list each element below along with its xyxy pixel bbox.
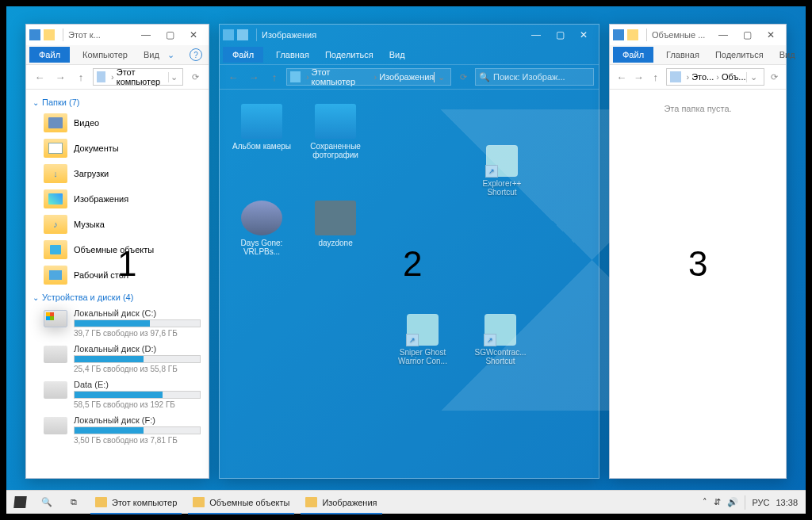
address-dropdown-icon[interactable]: ⌄ — [434, 72, 447, 82]
explorer-icon — [193, 497, 205, 507]
taskbar-item[interactable]: Объемные объекты — [185, 493, 297, 512]
drive-item[interactable]: Data (E:)58,5 ГБ свободно из 192 ГБ — [33, 377, 202, 412]
ribbon-file-tab[interactable]: Файл — [223, 47, 263, 63]
nav-back-button[interactable]: ← — [31, 68, 48, 86]
minimize-button[interactable]: — — [524, 25, 548, 45]
ribbon-file-tab[interactable]: Файл — [613, 47, 653, 63]
nav-up-button[interactable]: ↑ — [72, 68, 90, 86]
nav-back-button[interactable]: ← — [615, 68, 629, 86]
desktop-shortcut[interactable]: Explorer++ Shortcut — [474, 145, 530, 197]
refresh-button[interactable]: ⟳ — [454, 72, 472, 82]
folder-icon — [315, 104, 356, 139]
ribbon-expand-icon[interactable]: ⌄ — [167, 50, 174, 60]
breadcrumb[interactable]: Этот компьютер — [312, 67, 372, 86]
nav-forward-button[interactable]: → — [632, 68, 646, 86]
drive-free-text: 39,7 ГБ свободно из 97,6 ГБ — [74, 329, 201, 338]
nav-up-button[interactable]: ↑ — [266, 68, 283, 86]
file-item[interactable]: Days Gone: VRLPBs... — [231, 201, 293, 256]
shortcut-icon — [485, 314, 516, 346]
folder-label: Музыка — [74, 220, 105, 229]
ribbon-tab-share[interactable]: Поделиться — [707, 47, 772, 63]
breadcrumb[interactable]: Этот компьютер — [117, 67, 168, 86]
ribbon-tab-share[interactable]: Поделиться — [317, 47, 381, 63]
drive-free-text: 25,4 ГБ свободно из 55,8 ГБ — [74, 365, 201, 373]
breadcrumb[interactable]: Это... — [691, 72, 714, 82]
ribbon-tab-home[interactable]: Главная — [658, 47, 707, 63]
shortcut-icon — [486, 145, 518, 177]
minimize-button[interactable]: — — [134, 25, 158, 45]
desktop-shortcut[interactable]: SGWcontrac... Shortcut — [473, 314, 528, 365]
start-button[interactable] — [6, 491, 33, 514]
task-view-button[interactable]: ⧉ — [60, 491, 87, 514]
drive-item[interactable]: Локальный диск (C:)39,7 ГБ свободно из 9… — [33, 305, 202, 341]
titlebar[interactable]: Этот к... — ▢ ✕ — [26, 25, 209, 45]
close-button[interactable]: ✕ — [182, 25, 205, 45]
taskbar-item[interactable]: Изображения — [297, 493, 385, 512]
nav-back-button[interactable]: ← — [224, 68, 242, 86]
folder-item[interactable]: Загрузки — [33, 161, 202, 186]
maximize-button[interactable]: ▢ — [735, 25, 759, 45]
nav-forward-button[interactable]: → — [52, 68, 69, 86]
ribbon-file-tab[interactable]: Файл — [29, 47, 70, 63]
overlay-number-2: 2 — [403, 244, 422, 284]
nav-forward-button[interactable]: → — [245, 68, 262, 86]
search-button[interactable]: 🔍 — [33, 491, 60, 514]
folder-label: Изображения — [74, 194, 128, 204]
close-button[interactable]: ✕ — [572, 25, 596, 45]
section-folders[interactable]: Папки (7) — [33, 98, 202, 107]
folder-item[interactable]: Видео — [33, 110, 202, 136]
help-button[interactable]: ? — [190, 48, 202, 61]
folder-item[interactable]: Сохраненные фотографии — [304, 104, 366, 159]
breadcrumb[interactable]: Изображения — [379, 72, 434, 82]
empty-folder-message: Эта папка пуста. — [616, 93, 779, 113]
network-icon[interactable]: ⇵ — [714, 497, 721, 507]
folder-item[interactable]: Изображения — [33, 186, 202, 212]
tray-overflow-icon[interactable]: ˄ — [703, 497, 707, 507]
search-input[interactable]: 🔍 Поиск: Изображ... — [475, 68, 594, 86]
clock[interactable]: 13:38 — [776, 498, 798, 507]
location-icon — [290, 71, 301, 82]
ribbon-tab-view[interactable]: Вид — [772, 47, 803, 63]
refresh-button[interactable]: ⟳ — [768, 72, 782, 82]
folder-item[interactable]: Альбом камеры — [231, 104, 293, 151]
refresh-button[interactable]: ⟳ — [186, 72, 204, 82]
drive-usage-bar — [74, 426, 201, 434]
folder-icon — [44, 215, 67, 234]
app-icon — [223, 29, 234, 40]
folder-item[interactable]: Музыка — [33, 212, 202, 237]
location-icon — [97, 71, 105, 82]
file-icon — [241, 201, 282, 235]
close-button[interactable]: ✕ — [759, 25, 783, 45]
drive-item[interactable]: Локальный диск (F:)3,50 ГБ свободно из 7… — [33, 412, 202, 448]
folder-icon — [44, 113, 67, 132]
file-item[interactable]: dayzdone — [304, 201, 366, 247]
location-icon — [670, 71, 681, 82]
app-icon — [29, 29, 40, 40]
ribbon: Файл Главная Поделиться Вид — [220, 45, 599, 65]
breadcrumb[interactable]: Объ... — [722, 72, 746, 82]
folder-item[interactable]: Документы — [33, 136, 202, 161]
address-box[interactable]: › Этот компьютер › Изображения ⌄ — [286, 68, 451, 86]
ribbon-tab-computer[interactable]: Компьютер — [75, 47, 136, 63]
ribbon-tab-view[interactable]: Вид — [381, 47, 413, 63]
section-drives[interactable]: Устройства и диски (4) — [33, 292, 202, 302]
nav-up-button[interactable]: ↑ — [649, 68, 663, 86]
maximize-button[interactable]: ▢ — [548, 25, 572, 45]
maximize-button[interactable]: ▢ — [158, 25, 182, 45]
address-dropdown-icon[interactable]: ⌄ — [746, 72, 760, 82]
drive-item[interactable]: Локальный диск (D:)25,4 ГБ свободно из 5… — [33, 341, 202, 377]
ribbon-tab-view[interactable]: Вид — [136, 47, 167, 63]
ribbon-tab-home[interactable]: Главная — [268, 47, 317, 63]
titlebar[interactable]: Объемные ... — ▢ ✕ — [610, 25, 786, 45]
volume-icon[interactable]: 🔊 — [727, 497, 738, 507]
minimize-button[interactable]: — — [711, 25, 735, 45]
titlebar[interactable]: Изображения — ▢ ✕ — [220, 25, 599, 45]
language-indicator[interactable]: РУС — [752, 498, 769, 507]
address-dropdown-icon[interactable]: ⌄ — [168, 72, 179, 82]
taskbar-item[interactable]: Этот компьютер — [87, 493, 185, 512]
taskbar[interactable]: 🔍 ⧉ Этот компьютер Объемные объекты Изоб… — [6, 490, 806, 514]
address-box[interactable]: › Этот компьютер ⌄ — [93, 68, 183, 86]
address-box[interactable]: › Это... › Объ... ⌄ — [666, 68, 764, 86]
address-bar: ← → ↑ › Этот компьютер › Изображения ⌄ ⟳… — [220, 65, 599, 90]
file-label: dayzdone — [318, 239, 352, 247]
